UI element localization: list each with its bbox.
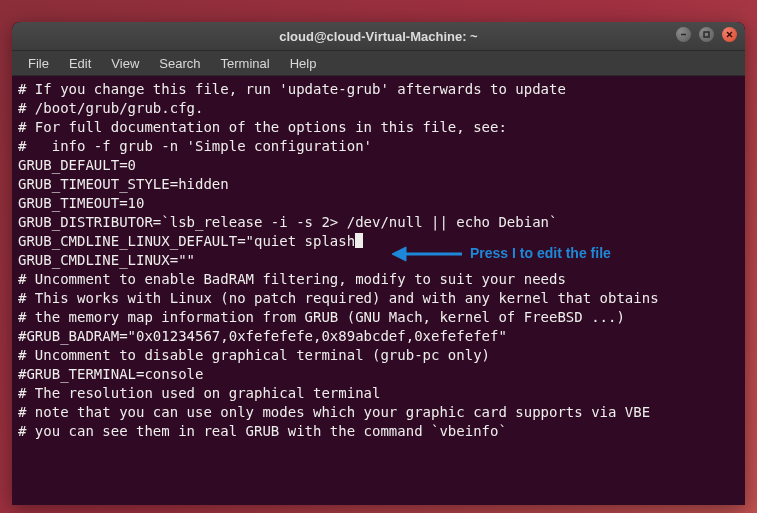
annotation-callout: Press I to edit the file [392,244,611,263]
close-button[interactable] [722,27,737,42]
terminal-line: # you can see them in real GRUB with the… [18,422,739,441]
menu-terminal[interactable]: Terminal [211,53,280,74]
minimize-button[interactable] [676,27,691,42]
terminal-line: GRUB_CMDLINE_LINUX="" [18,251,739,270]
terminal-line: # This works with Linux (no patch requir… [18,289,739,308]
annotation-text: Press I to edit the file [470,244,611,263]
terminal-line: GRUB_DISTRIBUTOR=`lsb_release -i -s 2> /… [18,213,739,232]
terminal-line: # info -f grub -n 'Simple configuration' [18,137,739,156]
svg-rect-1 [704,32,709,37]
terminal-line: GRUB_CMDLINE_LINUX_DEFAULT="quiet splash [18,232,739,251]
terminal-line: #GRUB_TERMINAL=console [18,365,739,384]
menubar: File Edit View Search Terminal Help [12,51,745,76]
terminal-line: GRUB_TIMEOUT=10 [18,194,739,213]
menu-search[interactable]: Search [149,53,210,74]
terminal-line: # /boot/grub/grub.cfg. [18,99,739,118]
terminal-line: GRUB_TIMEOUT_STYLE=hidden [18,175,739,194]
terminal-line: # note that you can use only modes which… [18,403,739,422]
window-controls [676,27,737,42]
terminal-line: # If you change this file, run 'update-g… [18,80,739,99]
terminal-window: cloud@cloud-Virtual-Machine: ~ File Edit… [12,22,745,505]
svg-marker-5 [392,247,406,261]
arrow-left-icon [392,245,464,263]
terminal-line: # the memory map information from GRUB (… [18,308,739,327]
terminal-body[interactable]: # If you change this file, run 'update-g… [12,76,745,445]
maximize-button[interactable] [699,27,714,42]
titlebar: cloud@cloud-Virtual-Machine: ~ [12,22,745,51]
menu-file[interactable]: File [18,53,59,74]
terminal-line: GRUB_DEFAULT=0 [18,156,739,175]
menu-view[interactable]: View [101,53,149,74]
menu-edit[interactable]: Edit [59,53,101,74]
terminal-line: # For full documentation of the options … [18,118,739,137]
terminal-line: #GRUB_BADRAM="0x01234567,0xfefefefe,0x89… [18,327,739,346]
menu-help[interactable]: Help [280,53,327,74]
terminal-line: # Uncomment to disable graphical termina… [18,346,739,365]
text-cursor [355,233,363,248]
terminal-line: # Uncomment to enable BadRAM filtering, … [18,270,739,289]
window-title: cloud@cloud-Virtual-Machine: ~ [279,29,477,44]
terminal-line: # The resolution used on graphical termi… [18,384,739,403]
